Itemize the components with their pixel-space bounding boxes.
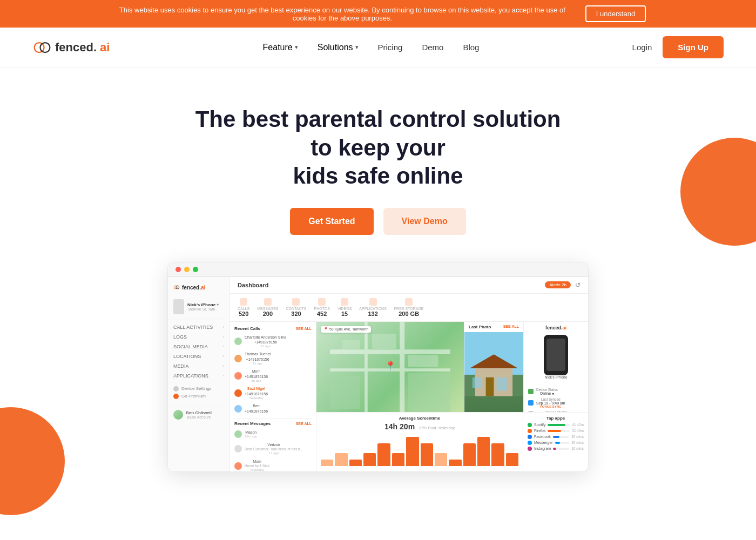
bar [435, 453, 447, 466]
signup-button[interactable]: Sign Up [663, 36, 724, 58]
dash-photo-panel: Last Photo SEE ALL [464, 322, 523, 412]
tap-apps-title: Tap apps [528, 416, 584, 421]
photos-icon [318, 298, 326, 306]
dash-device: Nick's iPhone + Behnke St, Tam... [168, 296, 230, 318]
msg-avatar [234, 430, 242, 438]
status-icon [528, 389, 534, 394]
bar [335, 453, 347, 466]
call-avatar [234, 372, 242, 380]
bar [377, 443, 390, 466]
msg-item: VerizonDear Customer, Your account has b… [234, 441, 312, 457]
refresh-icon[interactable]: ↺ [575, 281, 580, 289]
dash-sidebar: fenced.ai Nick's iPhone + Behnke St, Tam… [168, 277, 230, 471]
nav-blog[interactable]: Blog [463, 43, 479, 52]
user-avatar [173, 410, 183, 420]
view-demo-button[interactable]: View Demo [383, 208, 466, 235]
call-item: Thomas Tuchet +1491676156 11 ago [234, 350, 312, 367]
recent-calls-title: Recent Calls SEE ALL [234, 326, 312, 331]
stat-photos: PHOTOS 452 [314, 298, 329, 317]
msgs-see-all[interactable]: SEE ALL [296, 422, 312, 426]
sync-icon [528, 400, 534, 406]
dashboard-preview: fenced.ai Nick's iPhone + Behnke St, Tam… [167, 262, 589, 472]
get-started-button[interactable]: Get Started [290, 208, 373, 235]
dashboard-frame: fenced.ai Nick's iPhone + Behnke St, Tam… [167, 262, 589, 472]
cookie-accept-button[interactable]: I understand [585, 5, 646, 22]
logo-text: fenced. [55, 40, 97, 55]
device-status-item: Device Status Online ● [528, 387, 584, 396]
svg-rect-19 [473, 377, 482, 388]
msg-avatar [234, 462, 242, 470]
device-panel: fenced.ai Nick's iPhone [523, 322, 588, 412]
svg-rect-9 [342, 340, 360, 349]
menu-media[interactable]: MEDIA › [168, 361, 230, 371]
messages-icon [264, 298, 272, 306]
bar [491, 443, 504, 466]
dash-map: 📍 59 Kylie Ave, Tamworth 📍 [316, 322, 464, 412]
app-item: Spotify 41 42m [528, 423, 584, 427]
solutions-section: Solutions fenced.ai for Parents Parents … [0, 515, 756, 541]
svg-point-0 [35, 43, 44, 52]
app-item: Firefox 31 40m [528, 429, 584, 433]
photo-see-all[interactable]: SEE ALL [503, 325, 519, 329]
stat-apps: APPLICATIONS 132 [359, 298, 386, 317]
nav-actions: Login Sign Up [632, 36, 724, 58]
screentime-value: 14h 20m [384, 422, 415, 431]
nav-solutions[interactable]: Solutions [318, 43, 359, 52]
logo-ai: ai [100, 40, 110, 55]
device-panel-logo: fenced.ai [528, 325, 584, 330]
dot-red [176, 267, 181, 272]
hero-buttons: Get Started View Demo [11, 208, 745, 235]
dot-yellow [184, 267, 190, 272]
nav-pricing[interactable]: Pricing [378, 43, 403, 52]
last-photo-header: Last Photo SEE ALL [464, 322, 523, 332]
dash-middle: 📍 59 Kylie Ave, Tamworth 📍 Last Photo [316, 322, 588, 412]
svg-point-1 [40, 43, 50, 52]
cookie-banner: This website uses cookies to ensure you … [0, 0, 756, 28]
svg-point-3 [176, 286, 179, 289]
phone-label: Nick's iPhone [544, 375, 567, 379]
phone-mockup [544, 335, 568, 375]
dot-green [193, 267, 198, 272]
dash-alert: Alerts 2h [545, 281, 571, 288]
dash-right: 📍 59 Kylie Ave, Tamworth 📍 Last Photo [316, 322, 588, 471]
menu-locations[interactable]: LOCATIONS › [168, 352, 230, 361]
app-dot [528, 447, 532, 451]
bar [506, 453, 518, 466]
bar [349, 460, 362, 466]
dash-bottom-main: Average Screentime 14h 20m 86% Prod. Yes… [316, 412, 588, 471]
bar [392, 453, 404, 466]
go-premium[interactable]: Go Premium [173, 393, 224, 400]
cookie-text: This website uses cookies to ensure you … [110, 6, 575, 22]
map-pin: 📍 [385, 361, 396, 371]
chart-bars [321, 434, 518, 466]
bar [363, 453, 376, 466]
nav-feature[interactable]: Feature [263, 43, 298, 52]
premium-icon [173, 394, 179, 399]
apps-icon [369, 298, 377, 306]
bar [477, 437, 490, 466]
svg-rect-18 [496, 377, 507, 390]
login-button[interactable]: Login [632, 43, 652, 52]
menu-call-activities[interactable]: CALL ACTIVITIES › [168, 322, 230, 332]
svg-rect-17 [486, 377, 494, 396]
device-settings[interactable]: Device Settings [173, 385, 224, 393]
device-icon [173, 299, 184, 314]
nav-demo[interactable]: Demo [422, 43, 443, 52]
logo[interactable]: fenced.ai [32, 40, 110, 55]
dashboard-body: fenced.ai Nick's iPhone + Behnke St, Tam… [168, 277, 588, 471]
videos-icon [341, 298, 348, 306]
hero-headline: The best parental control solution to ke… [194, 105, 562, 191]
svg-rect-10 [408, 355, 438, 367]
calls-see-all[interactable]: SEE ALL [296, 327, 312, 330]
menu-logs[interactable]: LOGS › [168, 332, 230, 342]
app-item: Instagram 10 mins [528, 447, 584, 451]
menu-social[interactable]: SOCIAL MEDIA › [168, 342, 230, 352]
menu-apps[interactable]: APPLICATIONS › [168, 371, 230, 381]
nav-links: Feature Solutions Pricing Demo Blog [263, 43, 480, 52]
app-dot [528, 435, 532, 439]
bar [463, 443, 476, 466]
tap-apps-panel: Tap apps Spotify 41 42m [523, 413, 588, 471]
dash-bottom: Device Settings Go Premium [168, 381, 230, 404]
msg-item: MomHome by 1 NickYesterday [234, 457, 312, 471]
storage-icon [405, 298, 413, 306]
